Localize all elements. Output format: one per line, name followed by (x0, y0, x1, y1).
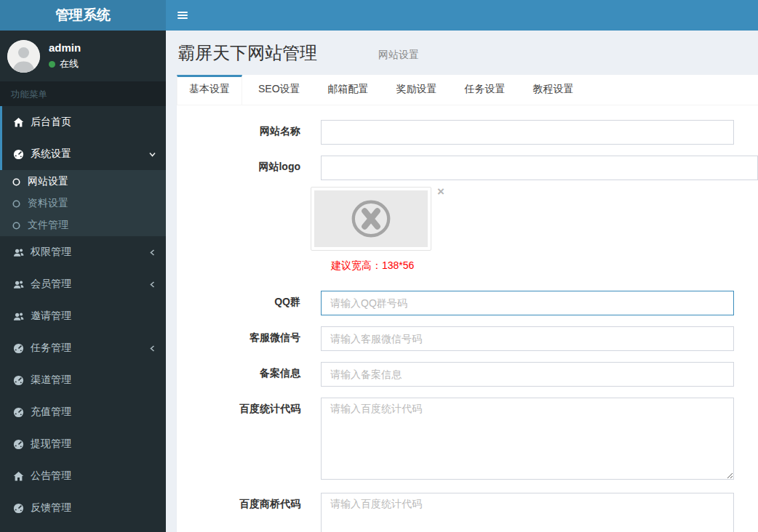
users-icon (13, 311, 24, 322)
tab-email-config[interactable]: 邮箱配置 (316, 75, 380, 105)
users-icon (13, 279, 24, 290)
dashboard-icon (13, 149, 24, 160)
circle-o-icon (12, 177, 21, 187)
breadcrumb: 网站设置 (378, 44, 419, 62)
icp-row: 备案信息 (177, 362, 734, 387)
site-name-input[interactable] (321, 120, 734, 145)
sidebar-toggle-button[interactable] (166, 0, 199, 31)
icp-input[interactable] (321, 362, 734, 387)
site-logo-label: 网站logo (177, 156, 321, 180)
icp-label: 备案信息 (177, 362, 321, 387)
baidu-stats-textarea[interactable] (321, 398, 734, 480)
sidebar-section-header: 功能菜单 (0, 81, 166, 106)
qq-group-label: QQ群 (177, 291, 321, 315)
dashboard-icon (13, 343, 24, 354)
main-content: 霸屏天下网站管理 网站设置 基本设置 SEO设置 邮箱配置 奖励设置 任务设置 … (166, 31, 758, 532)
logo-preview-image (314, 190, 428, 247)
sidebar-item-member-management[interactable]: 会员管理 (0, 268, 166, 300)
submenu-item-site-settings[interactable]: 网站设置 (0, 171, 166, 193)
sidebar-item-label: 渠道管理 (31, 374, 71, 387)
sidebar: admin 在线 功能菜单 后台首页 系统设置 网站设置 (0, 31, 166, 532)
sidebar-menu: 后台首页 系统设置 网站设置 资料设置 文件管理 (0, 106, 166, 524)
logo-preview-row: × 建议宽高：138*56 (177, 187, 734, 273)
broken-image-icon (348, 196, 394, 241)
wechat-label: 客服微信号 (177, 326, 321, 351)
sidebar-item-label: 提现管理 (31, 438, 71, 451)
qq-group-row: QQ群 (177, 291, 734, 315)
content-header: 霸屏天下网站管理 网站设置 (177, 31, 758, 75)
sidebar-item-withdrawal-management[interactable]: 提现管理 (0, 428, 166, 460)
site-logo-input[interactable] (321, 156, 758, 180)
settings-tabs: 基本设置 SEO设置 邮箱配置 奖励设置 任务设置 教程设置 (177, 75, 758, 105)
wechat-input[interactable] (321, 326, 734, 351)
baidu-bridge-row: 百度商桥代码 (177, 493, 734, 532)
sidebar-item-label: 任务管理 (31, 342, 71, 355)
system-settings-submenu-wrap: 网站设置 资料设置 文件管理 (0, 170, 166, 236)
submenu-item-profile-settings[interactable]: 资料设置 (0, 193, 166, 214)
user-status: 在线 (49, 57, 81, 70)
circle-o-icon (12, 199, 21, 209)
tab-reward-settings[interactable]: 奖励设置 (385, 75, 449, 105)
basic-settings-form: 网站名称 网站logo (177, 105, 758, 532)
sidebar-item-label: 充值管理 (31, 406, 71, 419)
submenu-item-file-management[interactable]: 文件管理 (0, 214, 166, 236)
baidu-bridge-label: 百度商桥代码 (177, 493, 321, 532)
sidebar-item-label: 后台首页 (31, 116, 71, 129)
dashboard-icon (13, 407, 24, 418)
submenu-item-label: 资料设置 (28, 197, 68, 210)
sidebar-item-dashboard-home[interactable]: 后台首页 (0, 106, 166, 138)
top-navbar (166, 0, 758, 31)
submenu-item-label: 文件管理 (28, 219, 68, 232)
chevron-down-icon (148, 150, 157, 159)
circle-o-icon (12, 221, 21, 230)
home-icon (13, 471, 24, 482)
baidu-stats-row: 百度统计代码 (177, 398, 734, 482)
sidebar-item-system-settings[interactable]: 系统设置 (0, 138, 166, 170)
tab-task-settings[interactable]: 任务设置 (453, 75, 517, 105)
sidebar-item-channel-management[interactable]: 渠道管理 (0, 364, 166, 396)
chevron-left-icon (148, 344, 157, 353)
brand-title: 管理系统 (0, 0, 166, 31)
sidebar-item-task-management[interactable]: 任务管理 (0, 332, 166, 364)
online-status-icon (49, 61, 55, 68)
chevron-left-icon (148, 280, 157, 289)
avatar (7, 40, 40, 73)
sidebar-item-label: 权限管理 (31, 246, 71, 259)
site-name-label: 网站名称 (177, 120, 321, 145)
dashboard-icon (13, 439, 24, 450)
user-panel: admin 在线 (0, 31, 166, 81)
home-icon (13, 117, 24, 128)
baidu-bridge-textarea[interactable] (321, 493, 734, 532)
site-logo-row: 网站logo (177, 156, 734, 180)
settings-panel: 基本设置 SEO设置 邮箱配置 奖励设置 任务设置 教程设置 网站名称 网站lo… (177, 75, 758, 532)
chevron-left-icon (148, 248, 157, 257)
dashboard-icon (13, 375, 24, 386)
system-settings-submenu: 网站设置 资料设置 文件管理 (0, 170, 166, 236)
user-name: admin (49, 41, 81, 54)
users-icon (13, 247, 24, 258)
sidebar-item-recharge-management[interactable]: 充值管理 (0, 396, 166, 428)
sidebar-item-feedback-management[interactable]: 反馈管理 (0, 492, 166, 524)
logo-size-hint: 建议宽高：138*56 (331, 259, 431, 273)
dashboard-icon (13, 503, 24, 514)
sidebar-item-label: 公告管理 (31, 469, 71, 483)
baidu-stats-label: 百度统计代码 (177, 398, 321, 482)
tab-basic-settings[interactable]: 基本设置 (177, 75, 242, 105)
site-name-row: 网站名称 (177, 120, 734, 145)
tab-tutorial-settings[interactable]: 教程设置 (522, 75, 586, 105)
remove-logo-button[interactable]: × (437, 185, 444, 198)
sidebar-item-label: 会员管理 (31, 278, 71, 291)
logo-preview (311, 187, 431, 251)
sidebar-item-permission-management[interactable]: 权限管理 (0, 236, 166, 268)
empty-label (177, 187, 321, 273)
tab-seo-settings[interactable]: SEO设置 (247, 75, 312, 105)
wechat-row: 客服微信号 (177, 326, 734, 351)
user-status-label: 在线 (60, 57, 79, 70)
sidebar-item-invitation-management[interactable]: 邀请管理 (0, 300, 166, 332)
sidebar-item-label: 系统设置 (31, 148, 71, 161)
qq-group-input[interactable] (321, 291, 734, 315)
hamburger-icon (177, 10, 188, 20)
sidebar-item-label: 邀请管理 (31, 310, 71, 323)
page-title: 霸屏天下网站管理 (177, 41, 317, 65)
sidebar-item-announcement-management[interactable]: 公告管理 (0, 460, 166, 492)
